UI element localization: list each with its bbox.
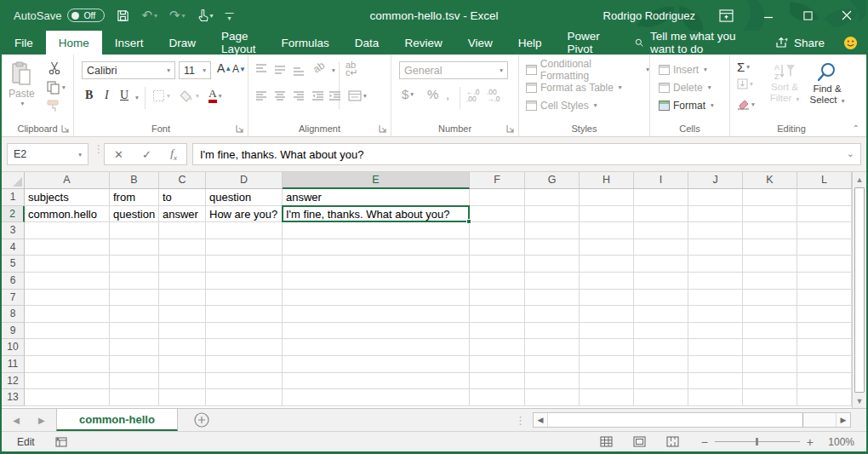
cell-B8[interactable] [110, 306, 159, 323]
undo-icon[interactable]: ↶▾ [141, 8, 157, 23]
cell-J1[interactable] [688, 189, 743, 206]
cell-C9[interactable] [159, 323, 206, 340]
cell-E4[interactable] [283, 239, 470, 256]
cell-A6[interactable] [25, 273, 110, 290]
sheet-nav-left-icon[interactable]: ◀ [13, 416, 20, 425]
fill-color-icon[interactable]: ▾ [180, 89, 199, 102]
tab-formulas[interactable]: Formulas [269, 31, 342, 55]
cell-F8[interactable] [470, 306, 525, 323]
sort-filter-button[interactable]: AZ Sort &Filter ▾ [766, 61, 803, 105]
maximize-icon[interactable] [788, 0, 827, 31]
tab-view[interactable]: View [455, 31, 505, 55]
cell-H12[interactable] [580, 373, 634, 390]
cell-E1[interactable]: answer [283, 189, 470, 206]
format-painter-icon[interactable] [46, 99, 60, 113]
align-right-icon[interactable] [293, 90, 305, 101]
cell-F1[interactable] [470, 189, 525, 206]
tab-insert[interactable]: Insert [102, 31, 157, 55]
fill-icon[interactable]: ▾ [737, 78, 753, 89]
bold-button[interactable]: B [85, 89, 93, 102]
zoom-out-icon[interactable]: − [701, 435, 708, 449]
cell-K7[interactable] [743, 290, 797, 307]
cut-icon[interactable] [48, 61, 61, 75]
font-size-combo[interactable]: 11▾ [179, 61, 211, 79]
formula-bar-expand-icon[interactable]: ⌄ [847, 148, 854, 159]
cell-A11[interactable] [25, 356, 110, 373]
copy-caret-icon[interactable]: ▾ [62, 83, 66, 91]
cell-L4[interactable] [797, 239, 852, 256]
tab-file[interactable]: File [2, 31, 46, 55]
cell-A3[interactable] [25, 222, 110, 239]
conditional-formatting-button[interactable]: Conditional Formatting▾ [526, 60, 649, 78]
alignment-dialog-launcher-icon[interactable] [379, 124, 387, 133]
cell-H7[interactable] [580, 290, 634, 307]
scroll-up-icon[interactable]: ▲ [853, 172, 866, 187]
cell-F11[interactable] [470, 356, 525, 373]
tab-home[interactable]: Home [46, 31, 102, 55]
cell-G11[interactable] [525, 356, 580, 373]
cell-B13[interactable] [110, 389, 159, 406]
vertical-scroll-thumb[interactable] [854, 187, 865, 393]
top-align-icon[interactable] [255, 63, 267, 73]
cell-B10[interactable] [110, 339, 159, 356]
cell-F4[interactable] [470, 239, 525, 256]
cell-G10[interactable] [525, 339, 580, 356]
orientation-icon[interactable]: ab [311, 59, 327, 75]
undo-caret-icon[interactable]: ▾ [154, 12, 157, 20]
close-icon[interactable] [827, 0, 866, 31]
increase-indent-icon[interactable] [328, 90, 341, 101]
cell-C5[interactable] [159, 256, 206, 273]
number-dialog-launcher-icon[interactable] [506, 124, 515, 133]
delete-button[interactable]: Delete▾ [659, 78, 714, 96]
merge-center-icon[interactable]: ▾ [348, 90, 367, 101]
minimize-icon[interactable] [749, 0, 788, 31]
cell-A5[interactable] [25, 256, 110, 273]
cell-F10[interactable] [470, 339, 525, 356]
cell-K4[interactable] [743, 239, 797, 256]
cell-I9[interactable] [634, 323, 688, 340]
cell-B4[interactable] [110, 239, 159, 256]
row-header-13[interactable]: 13 [2, 389, 25, 406]
scroll-right-icon[interactable]: ▶ [836, 413, 850, 427]
tab-review[interactable]: Review [391, 31, 454, 55]
cell-E8[interactable] [283, 306, 470, 323]
column-header-d[interactable]: D [206, 172, 283, 189]
cell-F2[interactable] [470, 206, 525, 223]
cell-K5[interactable] [743, 256, 797, 273]
cell-K2[interactable] [743, 206, 797, 223]
macro-record-icon[interactable] [55, 437, 67, 447]
bottom-align-icon[interactable] [293, 66, 305, 77]
cell-E11[interactable] [283, 356, 470, 373]
cell-J4[interactable] [688, 239, 743, 256]
cell-B12[interactable] [110, 373, 159, 390]
cell-L2[interactable] [797, 206, 852, 223]
column-header-e[interactable]: E [283, 172, 470, 189]
cell-I6[interactable] [634, 273, 688, 290]
cell-G8[interactable] [525, 306, 580, 323]
cell-E6[interactable] [283, 273, 470, 290]
cell-F13[interactable] [470, 389, 525, 406]
decrease-decimal-icon[interactable]: .00→.0 [487, 89, 500, 102]
cell-A12[interactable] [25, 373, 110, 390]
cell-J8[interactable] [688, 306, 743, 323]
cell-K12[interactable] [743, 373, 797, 390]
italic-button[interactable]: I [105, 89, 109, 102]
cell-I5[interactable] [634, 256, 688, 273]
cell-I11[interactable] [634, 356, 688, 373]
cell-I7[interactable] [634, 290, 688, 307]
cell-J13[interactable] [688, 389, 743, 406]
cell-L5[interactable] [797, 256, 852, 273]
row-header-11[interactable]: 11 [2, 356, 25, 373]
cell-K13[interactable] [743, 389, 797, 406]
cell-A10[interactable] [25, 339, 110, 356]
format-button[interactable]: Format▾ [659, 96, 714, 114]
cell-L8[interactable] [797, 306, 852, 323]
row-header-7[interactable]: 7 [2, 290, 25, 307]
scroll-down-icon[interactable]: ▼ [853, 394, 866, 408]
number-format-combo[interactable]: General▾ [399, 61, 508, 79]
horizontal-scrollbar[interactable]: ◀ ▶ [533, 412, 851, 428]
cell-G13[interactable] [525, 389, 580, 406]
cell-E12[interactable] [283, 373, 470, 390]
cell-L11[interactable] [797, 356, 852, 373]
cell-G6[interactable] [525, 273, 580, 290]
